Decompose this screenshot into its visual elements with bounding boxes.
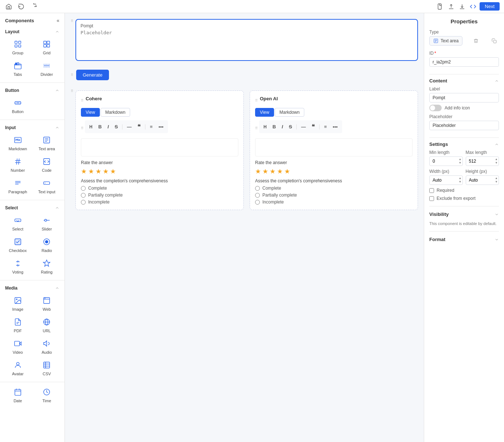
star2-3[interactable]: ★ (270, 167, 276, 175)
star2-4[interactable]: ★ (277, 167, 283, 175)
height-input[interactable] (466, 175, 499, 185)
sidebar-item-video[interactable]: Video (4, 337, 32, 357)
radio2-incomplete[interactable]: Incomplete (255, 199, 413, 205)
min-spin-down[interactable]: ▼ (458, 161, 462, 165)
redo-icon[interactable] (29, 2, 38, 11)
id-input[interactable] (429, 57, 499, 67)
min-spin-up[interactable]: ▲ (458, 158, 462, 161)
card-openai-tab-view[interactable]: View (255, 108, 274, 117)
label-input[interactable] (429, 93, 499, 102)
sidebar-item-number[interactable]: Number (4, 155, 32, 175)
card-cohere-toolbar-drag[interactable]: ⠿ (81, 126, 83, 130)
sidebar-collapse-icon[interactable]: « (56, 18, 59, 23)
toolbar2-bold-btn[interactable]: B (271, 123, 277, 130)
star2-1[interactable]: ★ (255, 167, 261, 175)
radio2-complete[interactable]: Complete (255, 186, 413, 191)
generate-button[interactable]: Generate (76, 70, 109, 80)
sidebar-item-csv[interactable]: CSV (33, 358, 61, 379)
sidebar-item-grid[interactable]: Grid (33, 37, 61, 58)
prompt-textarea[interactable] (81, 30, 413, 55)
toolbar2-strike-btn[interactable]: S (288, 123, 294, 130)
download-icon[interactable] (458, 2, 466, 11)
toolbar2-more-btn[interactable]: ••• (331, 123, 339, 130)
content-collapse-icon[interactable] (495, 79, 499, 83)
sidebar-item-button[interactable]: Button (4, 96, 32, 117)
card-cohere-content[interactable] (81, 138, 238, 156)
placeholder-input[interactable] (429, 121, 499, 130)
sidebar-item-slider[interactable]: Slider (33, 213, 61, 234)
settings-collapse-icon[interactable] (495, 142, 499, 147)
type-badge[interactable]: Text area (429, 36, 462, 46)
sidebar-item-textarea[interactable]: Text area (33, 133, 61, 154)
star-5[interactable]: ★ (110, 167, 116, 175)
radio-incomplete[interactable]: Incomplete (81, 199, 238, 205)
sidebar-item-code[interactable]: Code (33, 155, 61, 175)
home-icon[interactable] (4, 2, 13, 11)
card-cohere-drag[interactable]: ⠿ (81, 98, 83, 102)
required-checkbox[interactable] (429, 188, 434, 193)
upload-icon[interactable] (447, 2, 456, 11)
max-length-input[interactable] (466, 156, 499, 166)
toolbar-more-btn[interactable]: ••• (157, 123, 165, 130)
sidebar-item-group[interactable]: Group (4, 37, 32, 58)
toolbar2-italic-btn[interactable]: I (280, 123, 285, 130)
toolbar-bold-btn[interactable]: B (97, 123, 103, 130)
height-spin-down[interactable]: ▼ (495, 180, 498, 184)
sidebar-item-checkbox[interactable]: Checkbox (4, 235, 32, 256)
card-openai-toolbar-drag[interactable]: ⠿ (255, 126, 258, 130)
toolbar2-list-btn[interactable]: ≡ (323, 123, 328, 130)
sidebar-item-image[interactable]: Image (4, 294, 32, 314)
width-input[interactable] (429, 175, 463, 185)
star2-2[interactable]: ★ (262, 167, 268, 175)
star-1[interactable]: ★ (81, 167, 87, 175)
toolbar-quote-btn[interactable]: ❝ (136, 123, 142, 131)
sidebar-item-date[interactable]: Date (4, 385, 32, 406)
undo-icon[interactable] (17, 2, 26, 11)
sidebar-item-paragraph[interactable]: Paragraph (4, 176, 32, 197)
exclude-checkbox[interactable] (429, 196, 434, 201)
toolbar-heading-btn[interactable]: H (88, 124, 94, 130)
card-cohere-tab-markdown[interactable]: Markdown (101, 108, 130, 117)
radio2-partial-input[interactable] (255, 193, 260, 198)
sidebar-item-web[interactable]: Web (33, 294, 61, 314)
card-cohere-tab-view[interactable]: View (81, 108, 100, 117)
radio2-partial[interactable]: Partially complete (255, 193, 413, 198)
card-cohere-stars[interactable]: ★ ★ ★ ★ ★ (81, 167, 238, 175)
radio2-incomplete-input[interactable] (255, 200, 260, 205)
width-spin-down[interactable]: ▼ (458, 180, 462, 184)
sidebar-item-url[interactable]: URL (33, 315, 61, 336)
toolbar-italic-btn[interactable]: I (106, 123, 110, 130)
sidebar-item-select[interactable]: Select (4, 213, 32, 234)
max-spin-up[interactable]: ▲ (495, 158, 498, 161)
max-spin-down[interactable]: ▼ (495, 161, 498, 165)
star2-5[interactable]: ★ (284, 167, 290, 175)
code-icon[interactable] (469, 2, 477, 11)
sidebar-item-voting[interactable]: Voting (4, 256, 32, 277)
file-icon[interactable] (436, 2, 445, 11)
sidebar-item-pdf[interactable]: PDF (4, 315, 32, 336)
card-openai-tab-markdown[interactable]: Markdown (275, 108, 304, 117)
card-openai-content[interactable] (255, 138, 413, 156)
sidebar-item-avatar[interactable]: Avatar (4, 358, 32, 379)
sidebar-item-tabs[interactable]: Tabs (4, 59, 32, 80)
toolbar2-rule-btn[interactable]: — (300, 123, 307, 130)
format-header[interactable]: Format (429, 235, 499, 244)
cards-drag-handle[interactable]: ⠿ (71, 89, 73, 93)
sidebar-item-time[interactable]: Time (33, 385, 61, 406)
radio-incomplete-input[interactable] (81, 200, 86, 205)
star-3[interactable]: ★ (95, 167, 101, 175)
sidebar-item-audio[interactable]: Audio (33, 337, 61, 357)
radio-complete[interactable]: Complete (81, 186, 238, 191)
width-spin-up[interactable]: ▲ (458, 177, 462, 180)
radio-complete-input[interactable] (81, 186, 86, 191)
toolbar-list-btn[interactable]: ≡ (148, 123, 154, 130)
sidebar-item-radio[interactable]: Radio (33, 235, 61, 256)
prompt-drag-handle[interactable]: ⠿ (71, 19, 73, 23)
toolbar-strike-btn[interactable]: S (113, 123, 120, 130)
next-button[interactable]: Next (480, 2, 500, 11)
star-2[interactable]: ★ (88, 167, 94, 175)
type-delete-btn[interactable] (471, 36, 481, 46)
card-openai-stars[interactable]: ★ ★ ★ ★ ★ (255, 167, 413, 175)
radio-partial[interactable]: Partially complete (81, 193, 238, 198)
radio-partial-input[interactable] (81, 193, 86, 198)
